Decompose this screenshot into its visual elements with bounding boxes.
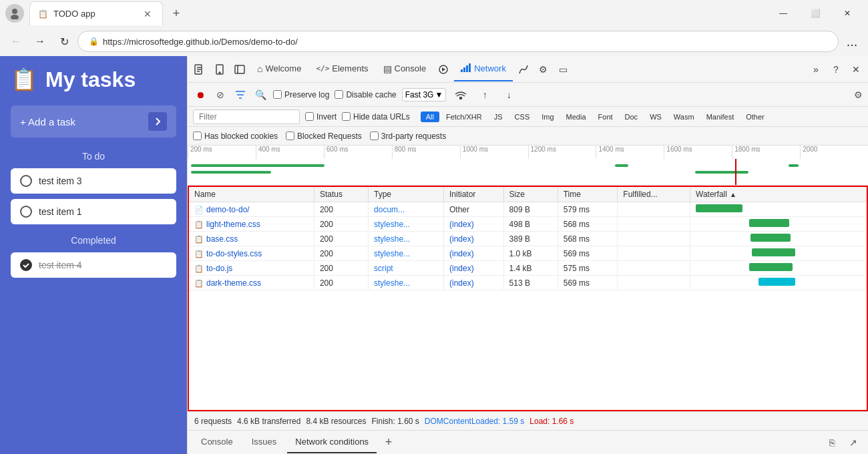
devtools-perf-icon[interactable] [514, 60, 533, 79]
online-icon[interactable] [451, 85, 470, 104]
download-icon[interactable]: ↓ [499, 85, 518, 104]
filter-type-btn-css[interactable]: CSS [509, 111, 535, 122]
maximize-button[interactable]: ⬜ [800, 3, 831, 24]
clear-button[interactable]: ⊘ [213, 87, 228, 102]
table-cell-type[interactable]: script [369, 261, 444, 276]
invert-input[interactable] [305, 112, 314, 121]
table-cell-status[interactable]: 200 [314, 276, 368, 290]
table-cell-name[interactable]: 📋base.css [189, 232, 314, 246]
devtools-settings-icon[interactable]: ⚙ [534, 60, 553, 79]
bottom-tab-add-button[interactable]: + [379, 433, 398, 452]
has-blocked-cookies-input[interactable] [193, 132, 202, 140]
devtools-close-btn[interactable]: ✕ [847, 60, 865, 79]
table-row[interactable]: 📋base.css200styleshe...(index)389 B568 m… [189, 232, 867, 246]
table-cell-initiator[interactable]: (index) [443, 232, 503, 246]
preserve-log-checkbox[interactable]: Preserve log [273, 90, 329, 99]
devtools-device-icon[interactable] [210, 60, 229, 79]
table-cell-name[interactable]: 📋to-do.js [189, 261, 314, 276]
devtools-expand-icon[interactable]: ↗ [844, 433, 863, 452]
new-tab-button[interactable]: + [166, 3, 187, 24]
task-checkbox-completed-1[interactable] [20, 259, 32, 271]
task-item-1[interactable]: test item 3 [11, 168, 176, 194]
devtools-inspect-icon[interactable] [190, 60, 209, 79]
filter-type-btn-media[interactable]: Media [561, 111, 592, 122]
timeline[interactable]: 200 ms400 ms600 ms800 ms1000 ms1200 ms14… [188, 146, 868, 186]
close-button[interactable]: ✕ [832, 3, 863, 24]
tab-close-button[interactable]: ✕ [141, 7, 154, 21]
hide-data-urls-input[interactable] [342, 112, 351, 121]
third-party-input[interactable] [370, 132, 379, 140]
table-cell-type[interactable]: styleshe... [369, 217, 444, 232]
add-task-button[interactable]: + Add a task [11, 105, 176, 138]
tab-network[interactable]: Network [454, 57, 513, 81]
hide-data-urls-checkbox[interactable]: Hide data URLs [342, 112, 410, 122]
table-cell-status[interactable]: 200 [314, 202, 368, 217]
task-item-2[interactable]: test item 1 [11, 199, 176, 224]
table-cell-initiator[interactable]: (index) [443, 246, 503, 261]
table-row[interactable]: 📋to-do.js200script(index)1.4 kB575 ms [189, 261, 867, 276]
table-cell-initiator[interactable]: (index) [443, 276, 503, 290]
table-row[interactable]: 📋light-theme.css200styleshe...(index)498… [189, 217, 867, 232]
filter-type-btn-js[interactable]: JS [489, 111, 508, 122]
table-cell-initiator[interactable]: (index) [443, 261, 503, 276]
table-row[interactable]: 📋dark-theme.css200styleshe...(index)513 … [189, 276, 867, 290]
filter-type-btn-manifest[interactable]: Manifest [701, 111, 740, 122]
preserve-log-input[interactable] [273, 90, 282, 99]
record-button[interactable]: ⏺ [193, 87, 208, 102]
task-checkbox-2[interactable] [20, 206, 32, 218]
table-header-size[interactable]: Size [503, 187, 558, 202]
filter-button[interactable] [233, 87, 248, 102]
table-cell-name[interactable]: 📄demo-to-do/ [189, 202, 314, 217]
table-cell-type[interactable]: styleshe... [369, 246, 444, 261]
table-cell-status[interactable]: 200 [314, 246, 368, 261]
devtools-sources-icon[interactable] [434, 60, 453, 79]
table-cell-name[interactable]: 📋to-do-styles.css [189, 246, 314, 261]
table-header-name[interactable]: Name [189, 187, 314, 202]
devtools-device-mode-icon[interactable]: ▭ [554, 60, 573, 79]
network-settings-icon[interactable]: ⚙ [854, 89, 863, 100]
refresh-button[interactable]: ↻ [53, 31, 75, 52]
filter-type-btn-other[interactable]: Other [740, 111, 770, 122]
filter-type-btn-doc[interactable]: Doc [620, 111, 644, 122]
table-header-type[interactable]: Type [369, 187, 444, 202]
table-cell-type[interactable]: docum... [369, 202, 444, 217]
browser-more-button[interactable]: ... [841, 31, 863, 52]
table-header-waterfall[interactable]: Waterfall▲ [690, 187, 867, 202]
devtools-sidebar-icon[interactable] [230, 60, 249, 79]
table-cell-name[interactable]: 📋dark-theme.css [189, 276, 314, 290]
invert-checkbox[interactable]: Invert [305, 112, 337, 122]
filter-input[interactable] [193, 109, 300, 124]
table-row[interactable]: 📋to-do-styles.css200styleshe...(index)1.… [189, 246, 867, 261]
completed-task-item-1[interactable]: test item 4 [11, 252, 176, 278]
filter-type-btn-wasm[interactable]: Wasm [668, 111, 700, 122]
forward-button[interactable]: → [29, 31, 51, 52]
devtools-help-btn[interactable]: ? [827, 60, 845, 79]
minimize-button[interactable]: — [768, 3, 799, 24]
table-row[interactable]: 📄demo-to-do/200docum...Other809 B579 ms [189, 202, 867, 217]
back-button[interactable]: ← [5, 31, 27, 52]
table-header-time[interactable]: Time [558, 187, 618, 202]
table-cell-initiator[interactable]: Other [443, 202, 503, 217]
address-input[interactable]: 🔒 https://microsoftedge.github.io/Demos/… [77, 31, 839, 52]
table-cell-type[interactable]: styleshe... [369, 232, 444, 246]
filter-type-btn-all[interactable]: All [421, 111, 439, 122]
devtools-detach-icon[interactable]: ⎘ [823, 433, 841, 452]
table-header-status[interactable]: Status [314, 187, 368, 202]
table-cell-status[interactable]: 200 [314, 232, 368, 246]
bottom-tab-issues[interactable]: Issues [244, 432, 285, 453]
disable-cache-input[interactable] [335, 90, 343, 99]
upload-icon[interactable]: ↑ [475, 85, 494, 104]
filter-type-btn-fetch/xhr[interactable]: Fetch/XHR [441, 111, 487, 122]
filter-type-btn-img[interactable]: Img [536, 111, 559, 122]
table-cell-initiator[interactable]: (index) [443, 217, 503, 232]
table-header-initiator[interactable]: Initiator [443, 187, 503, 202]
blocked-requests-input[interactable] [286, 132, 294, 140]
bottom-tab-network-conditions[interactable]: Network conditions [287, 432, 377, 453]
filter-type-btn-ws[interactable]: WS [644, 111, 667, 122]
table-header-fulfilled[interactable]: Fulfilled... [618, 187, 690, 202]
tab-elements[interactable]: </> Elements [309, 57, 375, 81]
network-table-container[interactable]: NameStatusTypeInitiatorSizeTimeFulfilled… [188, 186, 868, 411]
task-checkbox-1[interactable] [20, 175, 32, 187]
bottom-tab-console[interactable]: Console [193, 432, 241, 453]
active-tab[interactable]: 📋 TODO app ✕ [29, 1, 163, 25]
